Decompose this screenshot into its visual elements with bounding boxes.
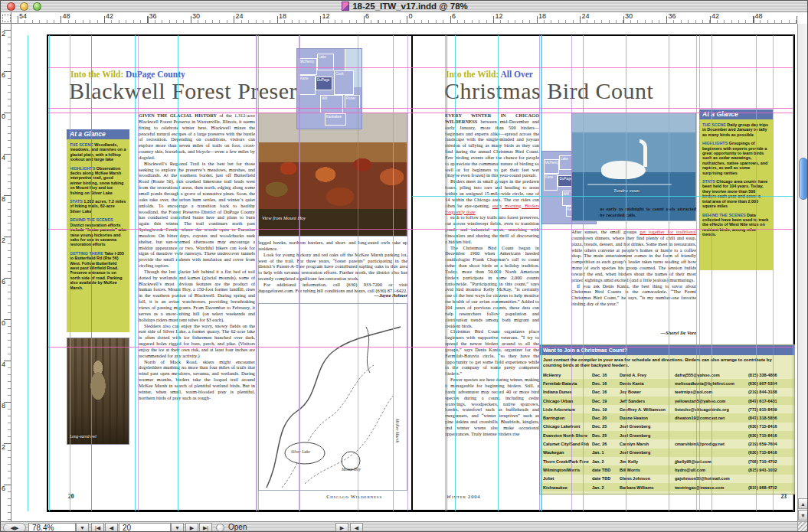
column-guide <box>256 35 257 511</box>
table-cell: Dec. 19 <box>589 399 617 403</box>
ruler-guide-vertical[interactable] <box>756 35 757 511</box>
table-cell: Dec. 16 <box>589 381 617 386</box>
ruler-guide-vertical[interactable] <box>28 35 28 511</box>
ruler-guide-vertical[interactable] <box>455 35 456 511</box>
first-page-button[interactable]: |◀ <box>91 523 104 532</box>
next-page-button[interactable]: ▶ <box>185 523 198 532</box>
county-cell: DuPage <box>316 77 332 90</box>
table-cell: dafrej555@yahoo.com <box>672 373 745 377</box>
glance-item: The Scene Woodlands, meadows, and marshe… <box>70 142 126 162</box>
ruler-guide-vertical[interactable] <box>626 35 626 511</box>
margin-guide-horizontal[interactable] <box>48 113 793 113</box>
county-cell: Kankakee <box>325 113 346 126</box>
margin-guide-horizontal[interactable] <box>48 67 793 68</box>
table-cell: David A. Frey <box>617 373 672 377</box>
previous-page-button[interactable]: ◀ <box>105 523 118 532</box>
ruler-guide-vertical[interactable] <box>49 35 50 511</box>
table-cell: Calumet City/Sand Ridge <box>540 442 589 446</box>
ruler-number: 2 <box>2 30 5 38</box>
glance-item-label: Getting There <box>70 251 103 256</box>
page-number-field[interactable]: 20 <box>119 523 171 532</box>
window-resize-grip[interactable] <box>797 521 808 532</box>
scroll-right-button[interactable]: ▶ <box>335 523 348 532</box>
glance-item: Behind the Scenes Data collected have be… <box>702 213 770 237</box>
ruler-guide-vertical[interactable] <box>711 35 712 511</box>
body-paragraph: For additional information, call (630) 9… <box>258 282 407 293</box>
county-cell: McHenry <box>299 58 317 75</box>
body-paragraph: Blackwell’s Regional Trail is the best b… <box>139 161 255 269</box>
table-cell: Dec. 16 <box>589 390 617 394</box>
table-cell: teetrnips@aol.com <box>672 390 745 394</box>
ruler-guide-vertical[interactable] <box>299 35 300 511</box>
zoom-dropdown-button[interactable]: ▼ <box>76 523 89 532</box>
ruler-guide-vertical[interactable] <box>669 35 669 511</box>
table-cell: (815) 338-4866 <box>745 373 795 377</box>
margin-guide-horizontal[interactable] <box>48 229 793 230</box>
table-cell: melissadkania@lightfirst.com <box>672 381 745 386</box>
layer-guide-vertical[interactable] <box>91 35 92 511</box>
table-cell: dheaton19@comcast.net <box>672 416 745 420</box>
ruler-guide-vertical[interactable] <box>257 35 257 511</box>
ruler-guide-horizontal[interactable] <box>412 196 793 197</box>
table-cell: Jim Kelly <box>617 459 672 464</box>
ruler-number: 18 <box>538 12 546 20</box>
table-cell: Carolyn Marsh <box>617 442 672 446</box>
document-icon <box>342 2 349 11</box>
margin-guide-horizontal[interactable] <box>48 347 793 348</box>
right-body-column-2: After sunset, the small groups get toget… <box>571 229 696 330</box>
column-guide <box>407 35 408 511</box>
ruler-guide-vertical[interactable] <box>178 35 178 511</box>
column-guide <box>445 35 446 511</box>
table-cell: (630) 715-8416 <box>745 433 795 438</box>
body-paragraph: Sledders also can enjoy the wavy, snowy … <box>139 323 255 359</box>
body-paragraph: Every winter in Chicago Wilderness betwe… <box>445 113 539 178</box>
body-paragraph: If you ask Denis Kania, the best thing t… <box>571 283 696 307</box>
ruler-number: 24 <box>236 12 244 20</box>
margin-guide-horizontal[interactable] <box>48 108 793 109</box>
table-cell: (815) 941-1032 <box>745 468 795 472</box>
layer-guide-vertical[interactable] <box>447 35 447 511</box>
at-a-glance-header: At a Glance <box>699 109 773 119</box>
zoom-level-field[interactable]: 78.4% <box>28 523 76 532</box>
ruler-number: 36 <box>149 12 157 20</box>
ruler-number: 0 <box>2 319 5 327</box>
left-body-column-1: Given the glacial history of the 1,312-a… <box>139 113 255 491</box>
ruler-guide-vertical[interactable] <box>135 35 136 511</box>
vertical-scrollbar[interactable]: ▲ ▼ <box>797 24 808 521</box>
glance-item-label: Stats <box>70 199 83 204</box>
table-cell: date TBD <box>589 468 617 472</box>
ruler-guide-vertical[interactable] <box>583 35 584 511</box>
column-guide <box>571 35 572 511</box>
body-paragraph: as early as midnight to count owls attra… <box>600 206 696 218</box>
table-cell: Dec. 19 <box>589 407 617 412</box>
left-body-column-2: legged hawks, northern harriers, and sho… <box>258 240 407 293</box>
table-cell: yellowstart5@yahoo.com <box>672 399 745 403</box>
ruler-origin-box[interactable] <box>1 12 11 24</box>
title-bar[interactable]: 18-25_ITW_v17.indd @ 78% <box>1 1 808 12</box>
vertical-ruler[interactable]: 260482604826 <box>1 24 11 521</box>
ruler-number: 0 <box>2 113 5 120</box>
column-guide <box>358 35 358 511</box>
glance-item-label: The Scene <box>702 122 726 127</box>
body-paragraph: Given the glacial history of the 1,312-a… <box>139 113 255 161</box>
ruler-number: 2 <box>2 237 5 244</box>
scroll-up-button[interactable]: ▲ <box>798 498 808 509</box>
ruler-guide-vertical[interactable] <box>70 35 70 511</box>
table-cell: (773) 915-8439 <box>745 407 795 412</box>
table-cell: Bill Morris <box>617 468 672 472</box>
ruler-guide-vertical[interactable] <box>498 35 499 511</box>
table-cell: Dec. 25 <box>589 433 617 438</box>
last-page-button[interactable]: ▶| <box>199 523 212 532</box>
right-glance-items: The Scene Daily group day trips in Decem… <box>699 119 773 244</box>
vertical-scrollbar-thumb[interactable] <box>799 158 808 200</box>
ruler-guide-vertical[interactable] <box>393 35 394 511</box>
ruler-guide-vertical[interactable] <box>793 35 793 511</box>
scroll-left-button[interactable]: ◀ <box>350 523 363 532</box>
page-spine <box>411 35 413 511</box>
scroll-down-button[interactable]: ▼ <box>798 510 808 521</box>
horizontal-ruler[interactable]: 544842363024181260612182430364248 <box>11 12 797 24</box>
page-dropdown-button[interactable]: ▼ <box>171 523 184 532</box>
county-cell: Kane <box>544 174 558 191</box>
zoom-stepper[interactable]: ◀▶ <box>3 523 26 532</box>
table-cell: Fermilab-Batavia <box>540 381 589 386</box>
